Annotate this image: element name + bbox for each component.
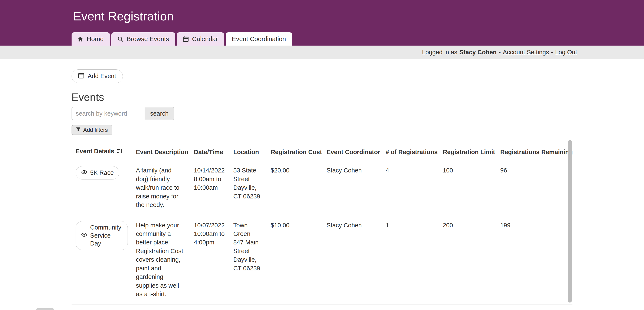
- event-description: A family (and dog) friendly walk/run rac…: [136, 166, 183, 209]
- home-icon: [78, 36, 83, 42]
- column-label: Registration Cost: [271, 148, 322, 156]
- partial-cutoff-element: [36, 308, 54, 310]
- column-header-num-registrations: # of Registrations: [382, 143, 439, 160]
- column-label: # of Registrations: [386, 148, 438, 156]
- account-settings-link[interactable]: Account Settings: [503, 49, 549, 56]
- event-description: Help make your community a better place!…: [136, 221, 183, 298]
- event-name-label: 5K Race: [90, 169, 114, 177]
- num-registrations-cell: 1: [382, 215, 439, 304]
- column-label: Registrations Remaining: [500, 148, 573, 156]
- events-heading: Events: [72, 91, 644, 104]
- date-time-cell: 10/14/2022 8:00am to 10:00am: [190, 160, 229, 215]
- app-header: Event Registration Home Browse Events Ca…: [0, 0, 644, 46]
- tab-label: Browse Events: [127, 35, 169, 42]
- tab-browse-events[interactable]: Browse Events: [112, 32, 175, 46]
- filter-icon: [76, 127, 81, 133]
- event-description-cell: Help make your community a better place!…: [132, 215, 190, 304]
- column-header-date-time: Date/Time: [190, 143, 229, 160]
- add-filters-label: Add filters: [83, 127, 108, 133]
- location-cell: Town Green 847 Main Street Dayville, CT …: [229, 215, 266, 304]
- calendar-icon: [78, 72, 84, 80]
- tab-calendar[interactable]: Calendar: [177, 32, 224, 46]
- logged-in-label: Logged in as: [422, 49, 458, 56]
- column-header-registration-cost: Registration Cost: [267, 143, 322, 160]
- column-label: Event Details: [76, 148, 114, 154]
- tab-home[interactable]: Home: [72, 32, 110, 46]
- location-cell: 53 State Street Dayville, CT 06239: [229, 160, 266, 215]
- date-time: 10/14/2022 8:00am to 10:00am: [194, 166, 225, 192]
- event-details-cell: Community Service Day: [72, 215, 132, 304]
- location: 53 State Street Dayville, CT 06239: [233, 166, 262, 200]
- date-time-cell: 10/07/2022 10:00am to 4:00pm: [190, 215, 229, 304]
- tab-label: Calendar: [192, 35, 218, 42]
- registration-cost-cell: $20.00: [267, 160, 322, 215]
- tab-label: Event Coordination: [232, 35, 286, 42]
- eye-icon: [81, 169, 87, 177]
- registrations-remaining-cell: 199: [496, 215, 573, 304]
- event-name-label: Community Service Day: [90, 224, 122, 248]
- column-header-event-description: Event Description: [132, 143, 190, 160]
- date-time: 10/07/2022 10:00am to 4:00pm: [194, 221, 225, 247]
- column-header-registration-limit: Registration Limit: [439, 143, 496, 160]
- column-header-event-coordinator: Event Coordinator: [322, 143, 382, 160]
- search-button[interactable]: search: [144, 107, 174, 120]
- sort-icon[interactable]: [117, 148, 123, 156]
- search-icon: [118, 36, 123, 42]
- num-registrations-cell: 4: [382, 160, 439, 215]
- account-bar: Logged in as Stacy Cohen - Account Setti…: [0, 46, 644, 59]
- logout-link[interactable]: Log Out: [555, 49, 577, 56]
- event-details-button[interactable]: Community Service Day: [76, 221, 128, 250]
- registration-limit-cell: 100: [439, 160, 496, 215]
- registration-cost-cell: $10.00: [267, 215, 322, 304]
- event-details-button[interactable]: 5K Race: [76, 166, 119, 180]
- registration-limit-cell: 200: [439, 215, 496, 304]
- table-row: Community Service Day Help make your com…: [72, 215, 573, 304]
- column-header-registrations-remaining: Registrations Remaining: [496, 143, 573, 160]
- tab-label: Home: [87, 35, 104, 42]
- event-coordinator-cell: Stacy Cohen: [322, 215, 382, 304]
- add-event-button[interactable]: Add Event: [72, 70, 123, 83]
- eye-icon: [81, 232, 87, 239]
- add-filters-button[interactable]: Add filters: [72, 125, 112, 134]
- page-title: Event Registration: [73, 9, 644, 24]
- search-row: search: [72, 107, 644, 120]
- tab-bar: Home Browse Events Calendar Event Coordi…: [72, 32, 644, 46]
- search-input[interactable]: [72, 107, 145, 120]
- column-label: Event Description: [136, 148, 188, 156]
- column-header-event-details[interactable]: Event Details: [72, 143, 132, 160]
- scrollbar-thumb[interactable]: [568, 140, 572, 303]
- event-description-cell: A family (and dog) friendly walk/run rac…: [132, 160, 190, 215]
- column-label: Date/Time: [194, 148, 223, 156]
- add-event-label: Add Event: [88, 72, 116, 80]
- event-details-cell: 5K Race: [72, 160, 132, 215]
- location: Town Green 847 Main Street Dayville, CT …: [233, 221, 262, 273]
- events-table: Event Details Event Description Date/Tim…: [72, 143, 573, 304]
- table-row: 5K Race A family (and dog) friendly walk…: [72, 160, 573, 215]
- separator: -: [551, 49, 553, 56]
- user-name: Stacy Cohen: [459, 49, 497, 56]
- table-header-row: Event Details Event Description Date/Tim…: [72, 143, 573, 160]
- column-label: Registration Limit: [443, 148, 495, 156]
- column-header-location: Location: [229, 143, 266, 160]
- tab-event-coordination[interactable]: Event Coordination: [226, 32, 292, 46]
- event-coordinator-cell: Stacy Cohen: [322, 160, 382, 215]
- column-label: Event Coordinator: [326, 148, 380, 156]
- separator: -: [499, 49, 501, 56]
- column-label: Location: [233, 148, 259, 156]
- main-content: Add Event Events search Add filters Even…: [0, 59, 644, 304]
- registrations-remaining-cell: 96: [496, 160, 573, 215]
- calendar-icon: [183, 36, 189, 42]
